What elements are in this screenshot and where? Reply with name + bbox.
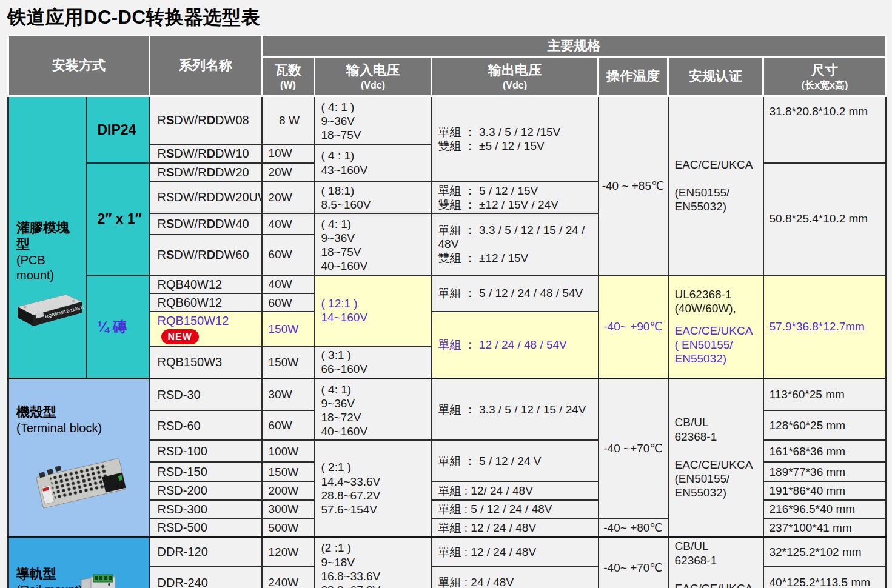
series-cell: RQB150W3 xyxy=(150,346,262,378)
header-vin-label: 输入电压 xyxy=(319,62,427,79)
header-vin: 输入电压 (Vdc) xyxy=(315,58,432,96)
dim-cell: 113*60*25 mm xyxy=(763,378,887,410)
mount-label-en: (PCB mount) xyxy=(13,253,82,282)
watt-cell: 200W xyxy=(262,481,315,499)
header-row-1: 安装方式 系列名称 主要规格 xyxy=(8,36,887,58)
watt-cell: 240W xyxy=(262,567,315,588)
series-cell: RSDW/RDDW40 xyxy=(150,213,262,235)
vout-cell: 單組 ： 3.3 / 5 / 12 / 15 / 24V xyxy=(432,378,599,440)
series-cell: RSD-60 xyxy=(150,410,262,440)
table-row: 導軌型 (Rail mount) xyxy=(8,537,887,567)
new-badge: NEW xyxy=(161,329,199,345)
temp-cell: -40~ +80℃ xyxy=(599,518,668,537)
header-mount: 安装方式 xyxy=(8,36,150,96)
vout-cell: 單組 : 12/ 24 / 48V xyxy=(432,481,599,499)
vin-cell: ( 2:1 ) 14.4~33.6V 28.8~67.2V 57.6~154V xyxy=(315,440,432,537)
watt-cell: 20W xyxy=(262,163,315,182)
vout-cell: 單組 ： 5 / 12 / 24 / 48 / 54V xyxy=(432,275,599,312)
cert-ul-text: UL62368-1 (40W/60W), xyxy=(675,287,759,315)
header-dim: 尺寸 (长x宽x高) xyxy=(763,58,887,96)
watt-cell: 150W xyxy=(262,462,315,481)
vin-cell: ( 3:1 ) 66~160V xyxy=(315,346,432,378)
mount-cell-terminal-block: 機殼型 (Terminal block) xyxy=(8,378,150,537)
pcb-module-image: RQB60W12-110S12 xyxy=(13,291,82,332)
series-cell: RSDW/RDDW10 xyxy=(150,144,262,163)
mount-cell-rail: 導軌型 (Rail mount) xyxy=(8,537,150,588)
vin-cell: ( 4 : 1) 43~160V xyxy=(315,144,432,182)
series-cell: RSDW/RDDW20UW xyxy=(150,182,262,213)
series-cell: RSDW/RDDW20 xyxy=(150,163,262,182)
header-dim-unit: (长x宽x高) xyxy=(768,79,882,92)
series-text: R xyxy=(158,113,166,127)
temp-cell: -40~ +90℃ xyxy=(599,275,668,378)
header-vout-label: 输出电压 xyxy=(436,62,594,79)
vin-cell: ( 18:1) 8.5~160V xyxy=(315,182,432,213)
page-title: 铁道应用DC-DC转换器选型表 xyxy=(7,5,886,30)
header-cert: 安规认证 xyxy=(668,58,763,96)
vin-cell: ( 12:1 ) 14~160V xyxy=(315,275,432,347)
dim-cell: 32*125.2*102 mm xyxy=(763,537,887,567)
dim-cell: 50.8*25.4*10.2 mm xyxy=(763,163,887,275)
series-cell: RSDW/RDDW08 xyxy=(150,96,262,144)
header-main-spec: 主要规格 xyxy=(262,36,887,58)
header-vin-unit: (Vdc) xyxy=(319,79,427,92)
mount-label: 機殼型 xyxy=(13,404,146,421)
temp-cell: -40~ +70℃ xyxy=(599,537,668,588)
vout-cell: 單組 ： 3.3 / 5 / 12 /15V 雙組 ： ±5 / 12 / 15… xyxy=(432,96,599,182)
vout-cell: 單組 : 5 / 12 / 24 / 48V xyxy=(432,500,599,518)
header-watt-label: 瓦数 xyxy=(266,62,310,79)
series-cell: RSD-500 xyxy=(150,518,262,537)
vin-cell: ( 4: 1 ) 9~36V 18~75V xyxy=(315,96,432,144)
form-cell-dip24: DIP24 xyxy=(86,96,150,163)
watt-cell: 8 W xyxy=(262,96,315,144)
mount-label-en: (Terminal block) xyxy=(13,421,146,435)
watt-cell: 150W xyxy=(262,312,315,346)
watt-cell: 60W xyxy=(262,410,315,440)
header-watt: 瓦数 (W) xyxy=(262,58,315,96)
dim-cell: 161*68*36 mm xyxy=(763,440,887,462)
cert-cell: CB/UL 62368-1 EAC/CE/UKCA (EN50155/ EN55… xyxy=(668,378,763,537)
page: 铁道应用DC-DC转换器选型表 安装方式 系列名称 主要规格 瓦数 (W) 输入… xyxy=(0,0,892,588)
watt-cell: 500W xyxy=(262,518,315,537)
dim-cell: 216*96.5*40 mm xyxy=(763,500,887,518)
series-cell: RQB150W12NEW xyxy=(150,312,262,346)
header-temp: 操作温度 xyxy=(599,58,668,96)
series-cell: RSD-300 xyxy=(150,500,262,518)
dim-cell: 128*60*25 mm xyxy=(763,410,887,440)
dim-cell: 237*100*41 mm xyxy=(763,518,887,537)
watt-cell: 40W xyxy=(262,213,315,235)
dim-cell: 31.8*20.8*10.2 mm xyxy=(763,96,887,163)
dim-cell: 40*125.2*113.5 mm xyxy=(763,567,887,588)
terminal-block-psu-image xyxy=(13,451,146,515)
table-row: 灌膠模塊型 (PCB mount) RQB60W12-110S12 DIP24 … xyxy=(8,96,887,144)
header-series: 系列名称 xyxy=(150,36,262,96)
series-text: RQB150W12 xyxy=(158,314,229,327)
series-cell: RSD-150 xyxy=(150,462,262,481)
dim-cell: 191*86*40 mm xyxy=(763,481,887,499)
mount-label: 灌膠模塊型 xyxy=(13,220,82,253)
watt-cell: 300W xyxy=(262,500,315,518)
series-cell: RSD-30 xyxy=(150,378,262,410)
table-row: ¼ 磚 RQB40W12 40W ( 12:1 ) 14~160V 單組 ： 5… xyxy=(8,275,887,293)
form-cell-2x1: 2″ x 1″ xyxy=(86,163,150,275)
vin-cell: ( 4: 1) 9~36V 18~72V 40~160V xyxy=(315,378,432,440)
table-row: 機殼型 (Terminal block) xyxy=(8,378,887,410)
header-dim-label: 尺寸 xyxy=(768,62,882,79)
header-watt-unit: (W) xyxy=(266,79,310,92)
watt-cell: 150W xyxy=(262,346,315,378)
header-vout: 输出电压 (Vdc) xyxy=(432,58,599,96)
cert-eac-text: EAC/CE/UKCA ( EN50155/ EN55032) xyxy=(675,324,759,366)
cert-cell: CB/UL 62368-1 EAC/CE/UKCA (EN50155/ EN55… xyxy=(668,537,763,588)
vout-cell: 單組 : 24 / 48V xyxy=(432,567,599,588)
vout-cell: 單組 : 12 / 24 / 48V xyxy=(432,537,599,567)
series-cell: DDR-240 xyxy=(150,567,262,588)
series-cell: RSD-200 xyxy=(150,481,262,499)
vout-cell: 單組 ： 5 / 12 / 15V 雙組 ： ±12 / 15V / 24V xyxy=(432,182,599,213)
series-cell: RSDW/RDDW60 xyxy=(150,235,262,275)
vin-cell: ( 4: 1) 9~36V 18~75V 40~160V xyxy=(315,213,432,275)
series-cell: DDR-120 xyxy=(150,537,262,567)
watt-cell: 60W xyxy=(262,293,315,312)
watt-cell: 30W xyxy=(262,378,315,410)
selection-table: 安装方式 系列名称 主要规格 瓦数 (W) 输入电压 (Vdc) 输出电压 (V… xyxy=(7,35,887,588)
watt-cell: 60W xyxy=(262,235,315,275)
